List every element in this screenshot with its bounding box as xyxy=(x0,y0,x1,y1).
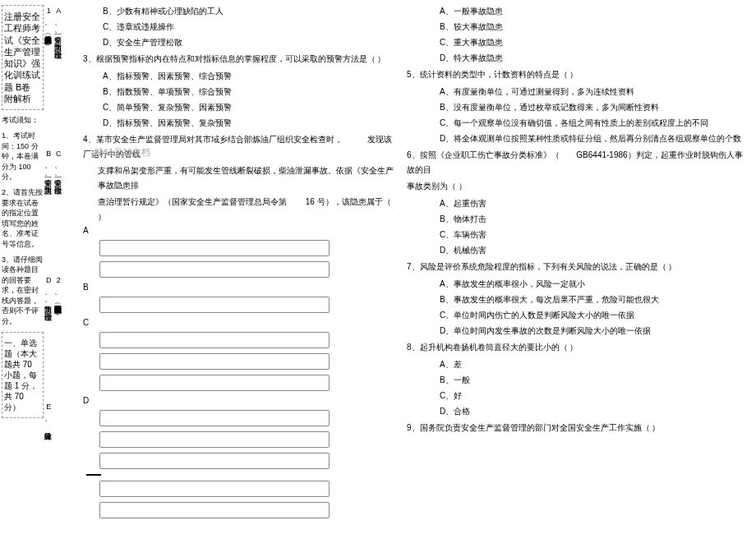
q3-optB: B、指数预警、单项预警、综合预警 xyxy=(83,84,394,99)
q6-optD: D、机械伤害 xyxy=(407,242,748,258)
divider xyxy=(86,474,101,476)
answer-box-a1[interactable] xyxy=(99,240,330,256)
q9-stem: 9、国务院负责安全生产监督管理的部门对全国安全生产工作实施（ ） xyxy=(407,421,748,435)
q5-optD: D、将全体观测单位按照某种性质或特征分组，然后再分别清点各组观察单位的个数 xyxy=(407,131,748,146)
answer-box-d3[interactable] xyxy=(99,453,330,469)
answer-box-c1[interactable] xyxy=(99,332,330,348)
q6-stem-c: 事故类别为（ ） xyxy=(407,179,748,194)
q2-optC: C、违章或违规操作 xyxy=(83,19,394,35)
q4-optB: B、较大事故隐患 xyxy=(407,19,748,35)
q1-optD-vertical: D 、预防为主、综合治理 xyxy=(44,276,52,399)
label-A: A xyxy=(83,226,96,235)
q6-optC: C、车辆伤害 xyxy=(407,227,748,242)
q4-optA: A、一般事故隐患 xyxy=(407,3,748,19)
watermark: 精11品11文档 xyxy=(94,146,150,159)
q6-stem-a: 6、按照《企业职工伤亡事故分类标准》（ xyxy=(407,150,560,159)
notice-header: 考试须知： xyxy=(2,115,44,126)
exam-title: 注册安全工程师考试《安全生产管理知识》强化训练试题 B卷 附解析 xyxy=(4,11,41,104)
q2-optE-vertical: E 、设备故障 xyxy=(44,403,52,468)
left-column: 注册安全工程师考试《安全生产管理知识》强化训练试题 B卷 附解析 考试须知： 1… xyxy=(0,0,78,534)
q2-optB: B、少数有精神或心理缺陷的工人 xyxy=(83,3,394,19)
q4-line2: 支撑和吊架变形严重，有可能发生管线断裂破损，柴油泄漏事故。依据《安全生产事故隐患… xyxy=(83,163,394,193)
label-B: B xyxy=(83,283,96,292)
section-1-header: 一、单选题（本大题共 70 小题，每题 1 分，共 70 分） xyxy=(4,338,41,412)
q7-optB: B、事故发生的概率很大，每次后果不严重，危险可能也很大 xyxy=(407,292,748,307)
q2-vertical: 2 、事故频发倾向理论认为工业事故发生的主要原因是（ ） xyxy=(53,276,62,399)
answer-box-b1[interactable] xyxy=(99,297,330,313)
q4-line3: 查治理暂行规定》（国家安全生产监督管理总局令第 16 号），该隐患属于（ ） xyxy=(83,195,394,224)
answer-box-c3[interactable] xyxy=(99,375,330,391)
q6-optB: B、物体打击 xyxy=(407,211,748,227)
notice-1: 1、考试时间：150 分钟，本卷满分为 100 分。 xyxy=(2,131,44,182)
q8-optC: C、好 xyxy=(407,388,748,403)
middle-column: B、少数有精神或心理缺陷的工人 C、违章或违规操作 D、安全生产管理松散 3、根… xyxy=(78,0,399,534)
q7-optA: A、事故发生的概率很小，风险一定就小 xyxy=(407,276,748,292)
answer-box-d2[interactable] xyxy=(99,431,330,448)
q4-optD: D、特大事故隐患 xyxy=(407,50,748,66)
q3-stem: 3、根据预警指标的内在特点和对指标信息的掌握程度，可以采取的预警方法是（ ） xyxy=(83,52,394,67)
q4-line1a: 4、某市安全生产监督管理局对其市域乡结合部炼油厂组织安全检查时， xyxy=(83,135,343,144)
q1-vertical: 1 、安全生产客观规律的具体要求是（ ） xyxy=(44,7,52,146)
q4-line3a: 查治理暂行规定》（国家安全生产监督管理总局令第 xyxy=(98,197,287,206)
q4-optC: C、重大事故隐患 xyxy=(407,35,748,50)
q8-stem: 8、起升机构卷扬机卷筒直径大的要比小的（ ） xyxy=(407,340,748,355)
section-1-header-box: 一、单选题（本大题共 70 小题，每题 1 分，共 70 分） xyxy=(2,332,44,418)
q7-optC: C、单位时间内伤亡的人数是判断风险大小的唯一依据 xyxy=(407,307,748,323)
q8-optD: D、合格 xyxy=(407,403,748,419)
q1-optA-vertical: A 、安全第一、预防为主、综合治理 xyxy=(53,7,62,146)
q3-optD: D、指标预警、因素预警、复杂预警 xyxy=(83,115,394,131)
q1-optB-vertical: B 、安全第一、预防为主 xyxy=(44,150,52,273)
q7-stem: 7、风险是评价系统危险程度的指标，下列有关风险的说法，正确的是（ ） xyxy=(407,260,748,274)
notice-3: 3、请仔细阅读各种题目的回答要求，在密封线内答题，否则不予评分。 xyxy=(2,255,44,327)
q8-optA: A、差 xyxy=(407,357,748,372)
q2-optD: D、安全生产管理松散 xyxy=(83,35,394,50)
notice-2: 2、请首先按要求在试卷的指定位置填写您的姓名、准考证号等信息。 xyxy=(2,187,44,250)
answer-box-d1[interactable] xyxy=(99,410,330,426)
q7-optD: D、单位时间内发生事故的次数是判断风险大小的唯一依据 xyxy=(407,323,748,338)
answer-box-a2[interactable] xyxy=(99,261,330,278)
q5-optA: A、有度量衡单位，可通过测量得到，多为连续性资料 xyxy=(407,84,748,99)
answer-box-extra1[interactable] xyxy=(99,481,330,497)
q8-optB: B、一般 xyxy=(407,372,748,388)
q5-optB: B、没有度量衡单位，通过枚举或记数得来，多为间断性资料 xyxy=(407,99,748,115)
label-D: D xyxy=(83,396,96,405)
q5-optC: C、每一个观察单位没有确切值，各组之间有性质上的差别或程度上的不同 xyxy=(407,115,748,131)
answer-box-extra2[interactable] xyxy=(99,502,330,518)
q3-optC: C、简单预警、复杂预警、因素预警 xyxy=(83,99,394,115)
q5-stem: 5、统计资料的类型中，计数资料的特点是（ ） xyxy=(407,67,748,82)
q6-stem: 6、按照《企业职工伤亡事故分类标准》（ GB6441-1986）判定，起重作业时… xyxy=(407,148,748,177)
q3-optA: A、指标预警、因素预警、综合预警 xyxy=(83,68,394,84)
answer-box-c2[interactable] xyxy=(99,353,330,370)
q1-optC-vertical: C 、安全第一、综合治理 xyxy=(53,150,62,273)
q6-optA: A、起重伤害 xyxy=(407,196,748,211)
exam-title-box: 注册安全工程师考试《安全生产管理知识》强化训练试题 B卷 附解析 xyxy=(2,5,44,110)
label-C: C xyxy=(83,318,96,327)
right-column: A、一般事故隐患 B、较大事故隐患 C、重大事故隐患 D、特大事故隐患 5、统计… xyxy=(399,0,756,534)
